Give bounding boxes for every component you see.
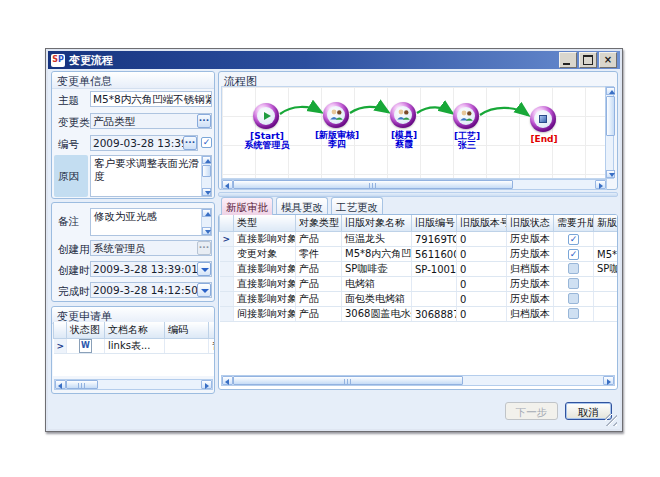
tab-new-version-approval[interactable]: 新版审批 (221, 197, 273, 215)
number-input[interactable]: 2009-03-28 13:39:01 (90, 135, 198, 151)
resize-grip[interactable] (605, 414, 617, 426)
flow-node-mold[interactable] (390, 102, 416, 128)
subject-input[interactable]: M5*8内六角凹端不锈钢紧固螺钉 (90, 91, 212, 107)
people-icon (329, 109, 344, 121)
people-icon (459, 110, 474, 122)
grid-col-upgrade[interactable]: 需要升版 (554, 215, 594, 232)
scroll-thumb[interactable] (606, 96, 615, 136)
create-time-dropdown-button[interactable] (197, 262, 211, 276)
change-info-panel-title: 变更单信息 (52, 72, 214, 89)
request-col-extra[interactable] (209, 322, 215, 339)
scroll-up-icon[interactable] (606, 87, 615, 95)
change-type-input[interactable]: 产品类型 (90, 113, 212, 129)
scroll-left-icon[interactable] (222, 180, 233, 189)
request-col-docname[interactable]: 文档名称 (105, 322, 165, 339)
reason-textarea[interactable]: 客户要求调整表面光滑度 (90, 155, 212, 197)
upgrade-checkbox[interactable] (568, 278, 579, 289)
minimize-button[interactable] (559, 52, 577, 68)
number-label: 编号 (58, 138, 79, 152)
window-titlebar[interactable]: SP 变更流程 × (48, 51, 620, 69)
flow-vscrollbar[interactable] (605, 86, 614, 179)
create-time-input[interactable]: 2009-3-28 13:39:01 (90, 261, 212, 277)
grid-selector-header[interactable] (220, 215, 234, 232)
grid-row[interactable]: 直接影响对象产品 电烤箱 0历史版本 (220, 277, 618, 292)
close-button[interactable]: × (599, 52, 617, 68)
scroll-right-icon[interactable] (201, 380, 212, 389)
row-marker (220, 247, 234, 262)
row-marker: > (220, 232, 234, 247)
node-label: [新版审核]李四 (315, 131, 359, 149)
request-col-code[interactable]: 编码 (165, 322, 209, 339)
request-col-status[interactable]: 状态图 (67, 322, 105, 339)
flow-node-review[interactable] (323, 102, 349, 128)
upgrade-checkbox[interactable] (568, 234, 579, 245)
main-grid-panel: 类型 对象类型 旧版对象名称 旧版编号 旧版版本号 旧版状态 需要升版 新版 >… (218, 214, 618, 390)
upgrade-checkbox[interactable] (568, 249, 579, 260)
people-icon (396, 109, 411, 121)
scroll-down-icon[interactable] (202, 227, 211, 235)
finish-time-input[interactable]: 2009-3-28 14:12:50 (90, 282, 212, 298)
remark-textarea[interactable]: 修改为亚光感 (90, 208, 212, 236)
request-selector-header[interactable] (54, 322, 67, 339)
reason-scrollbar[interactable] (201, 156, 211, 196)
grid-row[interactable]: > 直接影响对象产品 恒温龙头79169TC 0历史版本 (220, 232, 618, 247)
grid-col-type[interactable]: 类型 (234, 215, 296, 232)
scroll-up-icon[interactable] (202, 156, 211, 164)
change-process-window: SP 变更流程 × 变更单信息 主题 M5*8内六角凹端不锈钢紧固螺钉 变更类型… (45, 48, 623, 432)
node-label: [Start]系统管理员 (245, 132, 290, 150)
scroll-left-icon[interactable] (222, 376, 233, 385)
play-icon (264, 112, 271, 120)
node-label: [工艺]张三 (454, 132, 480, 150)
scroll-thumb[interactable] (202, 165, 211, 177)
create-user-input[interactable]: 系统管理员 (90, 240, 212, 256)
change-type-ellipsis-button[interactable]: ... (197, 114, 211, 128)
request-hscrollbar[interactable] (54, 379, 213, 390)
request-grid: 状态图 文档名称 编码 > W links表... 普通 (53, 322, 214, 376)
finish-time-dropdown-button[interactable] (197, 283, 211, 297)
upgrade-checkbox[interactable] (568, 308, 579, 319)
flow-node-end[interactable] (530, 106, 556, 132)
grid-row[interactable]: 间接影响对象产品 3068圆盖电水壶3068887 0归档版本 (220, 307, 618, 322)
number-checkbox[interactable] (201, 137, 212, 148)
grid-col-oldstatus[interactable]: 旧版状态 (507, 215, 554, 232)
scroll-down-icon[interactable] (606, 170, 615, 178)
flow-node-start[interactable] (253, 103, 279, 129)
flow-canvas[interactable]: [Start]系统管理员 [新版审核]李四 [模具]蔡霞 (221, 86, 607, 179)
maximize-button[interactable] (579, 52, 597, 68)
change-request-panel: 变更申请单 状态图 文档名称 编码 > W links表... (51, 306, 215, 394)
flow-chart-panel: 流程图 [Start] (218, 71, 618, 190)
main-grid-hscrollbar[interactable] (221, 375, 615, 386)
grid-row[interactable]: 直接影响对象产品 面包类电烤箱 0历史版本 (220, 292, 618, 307)
scroll-thumb[interactable] (233, 180, 513, 189)
scroll-thumb[interactable] (66, 380, 98, 389)
flow-hscrollbar[interactable] (221, 179, 607, 190)
tab-process-change[interactable]: 工艺更改 (331, 197, 383, 214)
row-marker: > (54, 339, 67, 354)
grid-col-oldname[interactable]: 旧版对象名称 (342, 215, 412, 232)
grid-row[interactable]: 变更对象零件 M5*8内六角凹...5611600 0历史版本 M5*8 (220, 247, 618, 262)
flow-node-process[interactable] (453, 103, 479, 129)
upgrade-checkbox[interactable] (568, 263, 579, 274)
scroll-right-icon[interactable] (595, 180, 606, 189)
window-title: 变更流程 (69, 53, 557, 68)
upgrade-checkbox[interactable] (568, 293, 579, 304)
word-document-icon: W (79, 339, 92, 353)
scroll-down-icon[interactable] (202, 188, 211, 196)
grid-row[interactable]: 直接影响对象产品 SP咖啡壶SP-1001 0归档版本 SP咖 (220, 262, 618, 277)
tab-mold-change[interactable]: 模具更改 (276, 197, 328, 214)
scroll-up-icon[interactable] (202, 209, 211, 217)
row-marker (220, 307, 234, 322)
tab-strip: 新版审批 模具更改 工艺更改 (219, 197, 618, 214)
scroll-thumb[interactable] (233, 376, 463, 385)
scroll-right-icon[interactable] (603, 376, 614, 385)
next-button[interactable]: 下一步 (505, 402, 558, 420)
grid-col-oldcode[interactable]: 旧版编号 (412, 215, 457, 232)
grid-col-oldver[interactable]: 旧版版本号 (457, 215, 507, 232)
remark-scrollbar[interactable] (201, 209, 211, 235)
scroll-left-icon[interactable] (55, 380, 66, 389)
request-row[interactable]: > W links表... 普通 (54, 339, 215, 354)
number-ellipsis-button[interactable]: ... (183, 136, 197, 150)
grid-col-objtype[interactable]: 对象类型 (296, 215, 342, 232)
create-user-ellipsis-button[interactable]: ... (197, 241, 211, 255)
grid-col-newname[interactable]: 新版 (594, 215, 618, 232)
